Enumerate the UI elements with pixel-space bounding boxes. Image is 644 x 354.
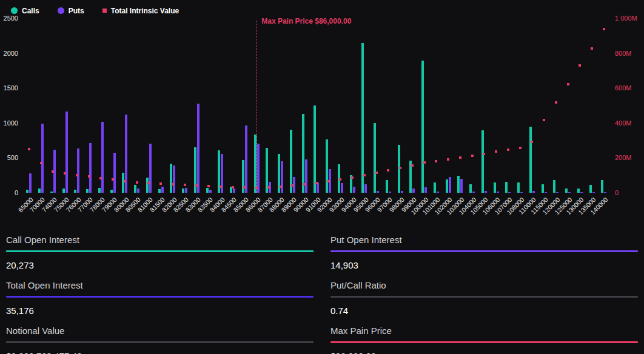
tiv-point <box>315 182 318 184</box>
bar-group-94000 <box>346 18 358 193</box>
tiv-point <box>40 162 42 164</box>
calls-bar <box>158 189 161 193</box>
calls-bar <box>134 185 136 193</box>
puts-bar <box>592 192 595 193</box>
puts-bar <box>197 104 200 193</box>
tiv-point <box>363 174 366 176</box>
puts-bar <box>377 191 379 193</box>
bar-group-106000 <box>490 18 502 193</box>
bar-group-105000 <box>478 18 491 193</box>
tiv-point <box>399 167 401 169</box>
calls-bar <box>74 190 76 193</box>
options-open-interest-dashboard: Calls Puts Total Intrinsic Value 2500200… <box>0 0 644 354</box>
calls-bar <box>290 130 292 193</box>
tiv-point <box>267 186 270 189</box>
stat-value: 20,273 <box>6 260 314 270</box>
legend-item-puts[interactable]: Puts <box>58 7 84 15</box>
tiv-point <box>459 156 461 159</box>
tiv-point <box>483 153 485 155</box>
calls-bar <box>98 188 101 193</box>
stat-call-open-interest: Call Open Interest 20,273 <box>6 229 314 274</box>
calls-bar <box>50 192 53 193</box>
calls-bar <box>26 190 29 193</box>
puts-bar <box>520 192 523 193</box>
calls-bar <box>565 189 568 193</box>
tiv-point <box>591 47 593 50</box>
right-axis-tick-label: 1 000M <box>615 15 637 22</box>
left-axis-tick-label: 1000 <box>4 119 18 127</box>
puts-bar <box>113 153 116 193</box>
bar-group-120000 <box>550 18 562 193</box>
puts-bar <box>497 192 499 193</box>
puts-bar <box>449 177 451 193</box>
puts-bar <box>161 187 164 193</box>
stat-underline <box>6 250 314 252</box>
right-axis-tick-label: 400M <box>615 119 632 127</box>
tiv-point <box>220 185 222 188</box>
calls-bar <box>494 182 496 193</box>
tiv-point <box>124 180 126 182</box>
bar-group-80500 <box>131 18 143 193</box>
bar-group-110000 <box>526 18 538 193</box>
calls-bar <box>254 135 257 193</box>
tiv-point <box>471 155 474 157</box>
bar-group-84500 <box>227 18 239 193</box>
puts-bar <box>209 190 212 193</box>
tiv-point <box>603 28 605 30</box>
calls-bar <box>361 43 364 193</box>
tiv-point <box>531 141 533 143</box>
right-axis-tick-label: 800M <box>615 50 632 57</box>
puts-bar <box>41 124 44 193</box>
open-interest-chart: 25002000150010005000 Max Pain Price $86,… <box>0 18 644 193</box>
left-axis-tick-label: 2000 <box>4 50 18 57</box>
bar-group-87000 <box>263 18 275 193</box>
chart-legend: Calls Puts Total Intrinsic Value <box>0 0 644 18</box>
bar-group-96000 <box>371 18 383 193</box>
bar-group-90000 <box>298 18 310 193</box>
puts-bar <box>485 191 487 193</box>
puts-bar <box>424 187 427 193</box>
stat-value: 0.74 <box>330 306 638 316</box>
puts-bar <box>305 159 307 193</box>
right-axis-tick-label: 600M <box>615 84 632 92</box>
tiv-point <box>447 158 449 161</box>
stat-label: Max Pain Price <box>330 326 638 336</box>
tiv-point <box>172 183 174 185</box>
bar-group-99000 <box>406 18 418 193</box>
calls-bar <box>434 182 436 193</box>
puts-bar <box>364 184 367 193</box>
bar-group-97000 <box>383 18 395 193</box>
tiv-point <box>147 182 150 184</box>
stat-put-open-interest: Put Open Interest 14,903 <box>330 229 638 274</box>
tiv-point <box>579 64 581 67</box>
tiv-point <box>184 184 186 186</box>
bar-group-95000 <box>358 18 371 193</box>
bar-group-101000 <box>431 18 443 193</box>
calls-bar <box>529 127 532 193</box>
legend-item-calls[interactable]: Calls <box>11 7 39 15</box>
bar-group-89000 <box>287 18 299 193</box>
stat-underline <box>330 250 638 252</box>
stat-label: Put Open Interest <box>330 235 638 245</box>
left-axis-tick-label: 1500 <box>4 84 18 92</box>
bar-group-82000 <box>167 18 179 193</box>
bar-group-83000 <box>191 18 203 193</box>
tiv-point <box>303 183 306 185</box>
bar-group-81000 <box>143 18 155 193</box>
puts-bar <box>472 192 475 193</box>
calls-bar <box>302 114 304 193</box>
bar-group-92000 <box>323 18 335 193</box>
tiv-point <box>207 185 210 187</box>
right-y-axis: 1 000M800M600M400M200M0 <box>610 18 644 193</box>
stat-value: 35,176 <box>6 306 314 316</box>
tiv-point <box>567 83 569 85</box>
tiv-point <box>88 175 90 178</box>
bar-group-108000 <box>514 18 526 193</box>
legend-item-total-intrinsic-value[interactable]: Total Intrinsic Value <box>102 7 179 15</box>
left-y-axis: 25002000150010005000 <box>0 18 23 193</box>
tiv-marker-icon <box>102 8 107 13</box>
left-axis-tick-label: 500 <box>7 154 18 161</box>
stat-underline <box>6 296 314 298</box>
legend-label-calls: Calls <box>22 7 39 15</box>
bar-group-98000 <box>394 18 406 193</box>
